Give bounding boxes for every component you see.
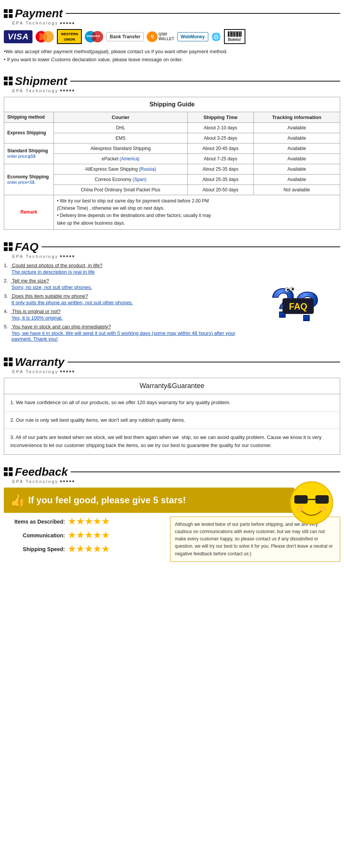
- emoji-face: ✦: [287, 476, 336, 526]
- table-row: Correos Economy (Span) About 25-35 days …: [4, 174, 340, 184]
- rating-row-shipping: Shipping Speed: ★★★★★: [4, 544, 164, 554]
- time-save: About 25-35 days: [187, 164, 253, 174]
- header-decoration-5: [4, 467, 13, 476]
- col-header-method: Shipping method: [4, 112, 54, 122]
- svg-point-13: [319, 505, 327, 512]
- header-decoration-2: [4, 77, 13, 85]
- faq-answer-5: Yes, we have it in stock. We will send i…: [11, 330, 252, 342]
- western-union-logo: WESTERNUNION: [57, 29, 82, 44]
- time-aliexpress: About 20-45 days: [187, 143, 253, 153]
- faq-item-1: 1. Could send photos of the product, in …: [4, 263, 252, 275]
- track-correos: Available: [253, 174, 340, 184]
- track-save: Available: [253, 164, 340, 174]
- remark-content: • We try our best to ship out same day f…: [54, 195, 340, 229]
- time-chinapost: About 20-50 days: [187, 184, 253, 195]
- payment-section: VISA WESTERNUNION maestro Bank Transfer …: [0, 29, 344, 68]
- courier-aliexpress: Aliexpress Standard Shipping: [54, 143, 188, 153]
- header-line-5: [71, 472, 340, 472]
- faq-item-4: 4. This is original or not? Yes, it is 1…: [4, 308, 252, 321]
- faq-text: 1. Could send photos of the product, in …: [4, 263, 252, 345]
- warranty-header: Warranty: [4, 356, 340, 369]
- feedback-banner-wrapper: 👍 If you feel good, please give 5 stars!: [4, 488, 294, 513]
- warranty-item-3: 3. All of our parts are tested when we s…: [4, 429, 340, 454]
- header-line: [66, 13, 340, 14]
- stars-items: ★★★★★: [68, 517, 110, 527]
- faq-title: FAQ: [15, 240, 39, 253]
- payment-note1: •We also accept other payment method(pay…: [4, 48, 340, 56]
- warranty-box: Warranty&Guarantee 1. We have confidence…: [4, 378, 340, 455]
- svg-rect-9: [294, 495, 308, 504]
- feedback-content: 👍 If you feel good, please give 5 stars!: [4, 488, 340, 562]
- rating-label-communication: Communication:: [4, 532, 65, 538]
- table-row: EMS About 3-25 days Available: [4, 133, 340, 143]
- courier-epacket: ePacket (America): [54, 153, 188, 164]
- feedback-banner: 👍 If you feel good, please give 5 stars!: [4, 488, 294, 513]
- courier-correos: Correos Economy (Span): [54, 174, 188, 184]
- time-dhl: About 2-10 days: [187, 122, 253, 133]
- warranty-section: Warranty&Guarantee 1. We have confidence…: [0, 378, 344, 458]
- courier-ems: EMS: [54, 133, 188, 143]
- col-header-courier: Courier: [54, 112, 188, 122]
- stars-communication: ★★★★★: [68, 530, 110, 540]
- svg-point-5: [287, 289, 289, 291]
- rating-row-items: Items as Described: ★★★★★: [4, 517, 164, 527]
- track-ems: Available: [253, 133, 340, 143]
- svg-text:FAQ: FAQ: [289, 302, 307, 312]
- warranty-item-2: 2. Our rule is only sell best quality it…: [4, 412, 340, 429]
- faq-question-5: 5. You have in stock and can ship immedi…: [4, 324, 252, 330]
- track-epacket: Available: [253, 153, 340, 164]
- boleto-logo: Boleto!: [224, 29, 245, 44]
- table-row: Economy Shipping order price<5$ AliExpre…: [4, 164, 340, 174]
- payment-logos: VISA WESTERNUNION maestro Bank Transfer …: [4, 29, 340, 44]
- header-decoration-4: [4, 357, 13, 366]
- feedback-section: 👍 If you feel good, please give 5 stars!: [0, 488, 344, 566]
- payment-epa: EPA Technology: [12, 21, 340, 25]
- webmoney-logo: WebMoney: [177, 32, 208, 41]
- svg-text:✦: ✦: [325, 480, 331, 487]
- col-header-track: Tracking information: [253, 112, 340, 122]
- track-dhl: Available: [253, 122, 340, 133]
- shipment-header: Shipment: [4, 75, 340, 88]
- maestro-logo: maestro: [85, 31, 103, 42]
- table-row: ePacket (America) About 7-25 days Availa…: [4, 153, 340, 164]
- table-row: China Post Ordinary Small Packet Plus Ab…: [4, 184, 340, 195]
- bank-transfer-logo: Bank Transfer: [106, 32, 144, 41]
- rating-label-items: Items as Described:: [4, 519, 65, 525]
- track-aliexpress: Available: [253, 143, 340, 153]
- time-correos: About 25-35 days: [187, 174, 253, 184]
- mastercard-logo: [36, 31, 54, 42]
- shipping-table: Shipping Guide Shipping method Courier S…: [4, 97, 340, 230]
- shipment-section: Shipping Guide Shipping method Courier S…: [0, 97, 344, 233]
- faq-question-4: 4. This is original or not?: [4, 308, 252, 314]
- faq-question-2: 2. Tell me the size?: [4, 278, 252, 284]
- warranty-epa: EPA Technology: [12, 369, 340, 374]
- header-line-2: [70, 81, 340, 82]
- faq-image: ? ? FAQ: [256, 263, 340, 345]
- faq-answer-1: The picture in description is real in li…: [11, 269, 252, 275]
- header-line-3: [42, 246, 340, 247]
- stars-shipping: ★★★★★: [68, 544, 110, 554]
- warranty-item-1: 1. We have confidence on all of our prod…: [4, 394, 340, 412]
- courier-dhl: DHL: [54, 122, 188, 133]
- faq-epa: EPA Technology: [12, 254, 340, 259]
- payment-note2: • If you want to lower Customs declarati…: [4, 56, 340, 64]
- svg-point-12: [296, 505, 304, 512]
- shipment-epa: EPA Technology: [12, 88, 340, 93]
- rating-label-shipping: Shipping Speed:: [4, 546, 65, 552]
- method-standard: Standard Shipping order price≧5$: [4, 143, 54, 164]
- courier-save: AliExpress Save Shipping (Russia): [54, 164, 188, 174]
- rating-row-communication: Communication: ★★★★★: [4, 530, 164, 540]
- remark-row: Remark • We try our best to ship out sam…: [4, 195, 340, 229]
- faq-question-1: 1. Could send photos of the product, in …: [4, 263, 252, 268]
- header-decoration-3: [4, 242, 13, 251]
- courier-chinapost: China Post Ordinary Small Packet Plus: [54, 184, 188, 195]
- feedback-title: Feedback: [15, 465, 68, 478]
- qiwi-logo: Q QIWIWALLET: [147, 31, 174, 42]
- header-line-4: [68, 362, 341, 362]
- time-epacket: About 7-25 days: [187, 153, 253, 164]
- faq-question-3: 3. Does this item suitable my phone?: [4, 293, 252, 299]
- faq-answer-3: It only suits the phone as written, not …: [11, 300, 252, 305]
- visa-logo: VISA: [4, 30, 32, 43]
- feedback-banner-text: If you feel good, please give 5 stars!: [28, 495, 186, 506]
- method-economy: Economy Shipping order price<5$: [4, 164, 54, 195]
